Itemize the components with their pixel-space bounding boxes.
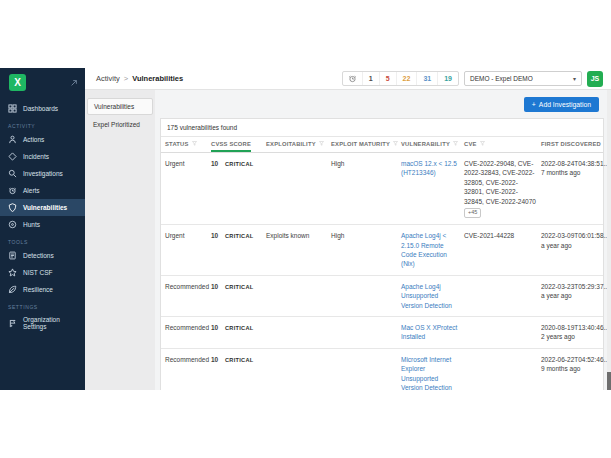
filter-icon[interactable] bbox=[319, 141, 324, 146]
vulnerability-link[interactable]: Microsoft Internet Explorer Unsupported … bbox=[401, 355, 464, 390]
exploitability-cell bbox=[266, 323, 331, 342]
table-row[interactable]: Urgent 10CRITICAL Exploits known High Ap… bbox=[161, 225, 603, 276]
column-header-exploit-maturity[interactable]: EXPLOIT MATURITY bbox=[331, 141, 401, 152]
vulnerability-link[interactable]: macOS 12.x < 12.5 (HT213346) bbox=[401, 159, 464, 178]
sidebar-item-label: Hunts bbox=[23, 221, 40, 228]
discovered-cell: 2022-06-22T04:52:46...9 months ago bbox=[541, 355, 609, 390]
cve-cell bbox=[464, 282, 541, 310]
cvss-cell: 10CRITICAL bbox=[211, 282, 266, 310]
organization-selector[interactable]: DEMO - Expel DEMO ▾ bbox=[464, 71, 582, 86]
column-header-cve[interactable]: CVE bbox=[464, 141, 541, 152]
vulnerability-link[interactable]: Apache Log4j Unsupported Version Detecti… bbox=[401, 282, 464, 310]
cve-cell: CVE-2022-29048, CVE-2022-32843, CVE-2022… bbox=[464, 159, 541, 218]
cve-cell: CVE-2021-44228 bbox=[464, 231, 541, 269]
sidebar-item-vulnerabilities[interactable]: Vulnerabilities bbox=[0, 199, 85, 216]
sidebar-section-tools: TOOLS bbox=[0, 233, 85, 247]
count-low[interactable]: 31 bbox=[416, 72, 437, 85]
column-header-cvss-score[interactable]: CVSS SCORE bbox=[211, 141, 266, 152]
sidebar-item-hunts[interactable]: Hunts bbox=[0, 216, 85, 233]
discovered-cell: 2022-03-09T06:01:58...a year ago bbox=[541, 231, 609, 269]
sidebar-item-label: Incidents bbox=[23, 153, 49, 160]
count-info[interactable]: 19 bbox=[437, 72, 458, 85]
organization-selector-value: DEMO - Expel DEMO bbox=[470, 75, 533, 82]
count-critical[interactable]: 1 bbox=[362, 72, 379, 85]
filter-icon[interactable] bbox=[453, 141, 458, 146]
toolbar: + Add Investigation bbox=[155, 90, 611, 118]
sidebar-item-organization-settings[interactable]: Organization Settings bbox=[0, 312, 85, 334]
discovered-cell: 2022-08-24T04:38:51...7 months ago bbox=[541, 159, 609, 218]
header-right-cluster: 1 5 22 31 19 DEMO - Expel DEMO ▾ JS bbox=[342, 71, 603, 87]
vulnerability-link[interactable]: Apache Log4j < 2.15.0 Remote Code Execut… bbox=[401, 231, 464, 269]
sidebar-item-label: NIST CSF bbox=[23, 269, 53, 276]
cve-cell bbox=[464, 355, 541, 390]
sidebar-item-alerts[interactable]: Alerts bbox=[0, 182, 85, 199]
count-high[interactable]: 5 bbox=[379, 72, 396, 85]
maturity-cell: High bbox=[331, 231, 401, 269]
exploitability-cell: Exploits known bbox=[266, 231, 331, 269]
alarm-icon bbox=[343, 74, 362, 83]
cvss-cell: 10CRITICAL bbox=[211, 323, 266, 342]
user-avatar[interactable]: JS bbox=[587, 71, 603, 87]
screenshot-canvas: X Dashboards ACTIVITY Actions Incidents bbox=[0, 0, 611, 458]
chevron-down-icon: ▾ bbox=[573, 75, 576, 82]
count-medium[interactable]: 22 bbox=[396, 72, 417, 85]
expel-logo[interactable]: X bbox=[9, 74, 26, 91]
cve-more-badge[interactable]: +45 bbox=[464, 208, 481, 218]
incidents-icon bbox=[8, 152, 17, 161]
table-row[interactable]: Recommended 10CRITICAL Mac OS X XProtect… bbox=[161, 317, 603, 349]
alert-counts: 1 5 22 31 19 bbox=[342, 71, 459, 86]
sidebar-item-label: Vulnerabilities bbox=[23, 204, 67, 211]
results-count: 175 vulnerabilities found bbox=[161, 119, 603, 137]
add-investigation-button[interactable]: + Add Investigation bbox=[524, 97, 599, 112]
dashboard-icon bbox=[8, 104, 17, 113]
sidebar-item-actions[interactable]: Actions bbox=[0, 131, 85, 148]
top-header: Activity > Vulnerabilities 1 5 22 31 19 … bbox=[85, 68, 611, 90]
secondary-nav: Vulnerabilities Expel Prioritized bbox=[85, 90, 155, 390]
sidebar-item-dashboards[interactable]: Dashboards bbox=[0, 100, 85, 117]
plus-icon: + bbox=[532, 101, 536, 108]
sidebar-item-label: Detections bbox=[23, 252, 54, 259]
status-cell: Recommended bbox=[165, 355, 211, 390]
sidebar-item-detections[interactable]: Detections bbox=[0, 247, 85, 264]
sidebar-item-nist-csf[interactable]: NIST CSF bbox=[0, 264, 85, 281]
filter-icon[interactable] bbox=[393, 141, 398, 146]
vulnerabilities-table-card: 175 vulnerabilities found STATUS CVSS SC… bbox=[160, 118, 604, 390]
sidebar-item-label: Resilience bbox=[23, 286, 53, 293]
sidebar-item-resilience[interactable]: Resilience bbox=[0, 281, 85, 298]
column-header-first-discovered[interactable]: FIRST DISCOVERED bbox=[541, 141, 603, 152]
breadcrumb-activity[interactable]: Activity bbox=[96, 74, 120, 83]
vulnerability-link[interactable]: Mac OS X XProtect Installed bbox=[401, 323, 464, 342]
exploitability-cell bbox=[266, 355, 331, 390]
scrollbar-thumb[interactable] bbox=[607, 372, 611, 390]
cvss-cell: 10CRITICAL bbox=[211, 231, 266, 269]
table-row[interactable]: Recommended 10CRITICAL Microsoft Interne… bbox=[161, 349, 603, 390]
vulnerability-cell: Apache Log4j < 2.15.0 Remote Code Execut… bbox=[401, 231, 464, 269]
sidebar-item-incidents[interactable]: Incidents bbox=[0, 148, 85, 165]
discovered-cell: 2020-08-19T13:40:46...2 years ago bbox=[541, 323, 609, 342]
column-header-vulnerability[interactable]: VULNERABILITY bbox=[401, 141, 464, 152]
column-header-exploitability[interactable]: EXPLOITABILITY bbox=[266, 141, 331, 152]
table-row[interactable]: Urgent 10CRITICAL High macOS 12.x < 12.5… bbox=[161, 153, 603, 225]
alerts-icon bbox=[8, 186, 17, 195]
scrollbar-track[interactable] bbox=[607, 90, 611, 390]
vulnerabilities-icon bbox=[8, 203, 17, 212]
filter-icon[interactable] bbox=[480, 141, 485, 146]
tab-vulnerabilities[interactable]: Vulnerabilities bbox=[87, 98, 153, 115]
expel-workbench-app: X Dashboards ACTIVITY Actions Incidents bbox=[0, 68, 611, 390]
column-header-status[interactable]: STATUS bbox=[165, 141, 211, 152]
hunts-icon bbox=[8, 220, 17, 229]
discovered-cell: 2022-03-23T05:29:37...a year ago bbox=[541, 282, 609, 310]
table-row[interactable]: Recommended 10CRITICAL Apache Log4j Unsu… bbox=[161, 276, 603, 317]
maturity-cell bbox=[331, 323, 401, 342]
breadcrumb-separator: > bbox=[124, 74, 128, 83]
primary-sidebar: X Dashboards ACTIVITY Actions Incidents bbox=[0, 68, 85, 390]
sidebar-item-label: Actions bbox=[23, 136, 44, 143]
sidebar-item-investigations[interactable]: Investigations bbox=[0, 165, 85, 182]
filter-icon[interactable] bbox=[192, 141, 197, 146]
cvss-cell: 10CRITICAL bbox=[211, 159, 266, 218]
add-investigation-label: Add Investigation bbox=[539, 101, 591, 108]
collapse-sidebar-icon[interactable] bbox=[70, 79, 78, 87]
tab-expel-prioritized[interactable]: Expel Prioritized bbox=[87, 117, 153, 132]
status-cell: Recommended bbox=[165, 282, 211, 310]
status-cell: Recommended bbox=[165, 323, 211, 342]
